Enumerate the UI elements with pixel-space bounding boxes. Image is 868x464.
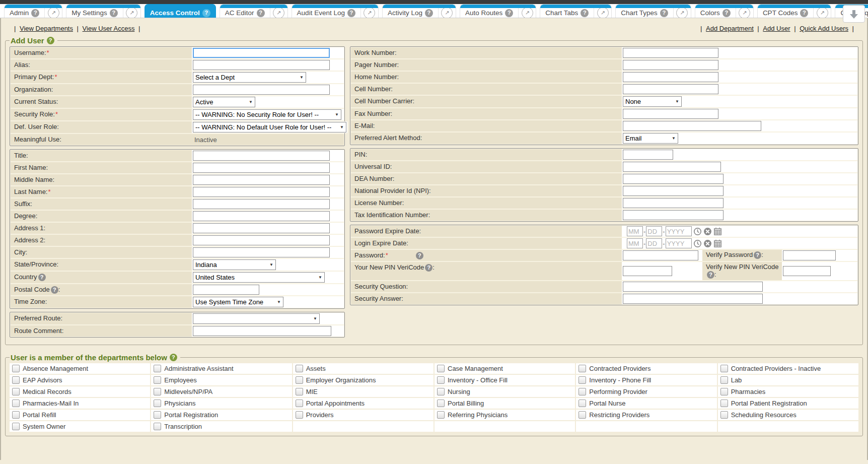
security-role-select[interactable]: -- WARNING: No Security Role for User! -… bbox=[193, 109, 341, 120]
tab-open-new-window[interactable] bbox=[44, 8, 62, 18]
portal-refill-checkbox[interactable] bbox=[12, 411, 20, 419]
verify-new-pin-vericode-input[interactable] bbox=[783, 266, 831, 276]
universal-id-input[interactable] bbox=[623, 162, 721, 172]
alias-input[interactable] bbox=[193, 60, 330, 70]
title-input[interactable] bbox=[193, 151, 330, 161]
absence-management-checkbox[interactable] bbox=[12, 365, 20, 372]
help-icon[interactable] bbox=[202, 9, 210, 17]
providers-checkbox[interactable] bbox=[296, 411, 303, 419]
security-question-input[interactable] bbox=[623, 282, 763, 292]
login-expire-date-year-input[interactable] bbox=[666, 238, 692, 248]
employer-organizations-checkbox[interactable] bbox=[296, 376, 303, 384]
tab-cpt-codes[interactable]: CPT Codes bbox=[757, 4, 832, 18]
help-icon[interactable] bbox=[505, 9, 513, 17]
your-new-pin-vericode-input[interactable] bbox=[623, 266, 672, 276]
verify-password-input[interactable] bbox=[783, 250, 836, 260]
employees-checkbox[interactable] bbox=[154, 376, 161, 384]
password-expire-date-year-input[interactable] bbox=[666, 226, 692, 236]
contracted-providers-inactive-checkbox[interactable] bbox=[720, 365, 728, 372]
middle-name-input[interactable] bbox=[193, 175, 330, 185]
performing-provider-checkbox[interactable] bbox=[578, 388, 586, 395]
portal-appointments-checkbox[interactable] bbox=[296, 400, 303, 407]
login-expire-date-day-input[interactable] bbox=[646, 238, 662, 248]
last-name-input[interactable] bbox=[193, 187, 330, 197]
help-icon[interactable] bbox=[416, 252, 423, 259]
midlevels-np-pa-checkbox[interactable] bbox=[154, 388, 161, 395]
tab-audit-event-log[interactable]: Audit Event Log bbox=[292, 4, 379, 18]
work-number-input[interactable] bbox=[623, 48, 718, 58]
pager-number-input[interactable] bbox=[623, 60, 718, 70]
help-icon[interactable] bbox=[51, 286, 58, 294]
tax-identification-number-input[interactable] bbox=[623, 210, 724, 220]
dea-number-input[interactable] bbox=[623, 174, 724, 184]
tab-activity-log[interactable]: Activity Log bbox=[382, 4, 456, 18]
home-number-input[interactable] bbox=[623, 72, 718, 82]
help-icon[interactable] bbox=[38, 274, 46, 281]
current-status-select[interactable]: Active▼ bbox=[193, 97, 255, 107]
link-add-user[interactable]: Add User bbox=[763, 25, 790, 32]
case-management-checkbox[interactable] bbox=[437, 365, 445, 372]
tab-chart-types[interactable]: Chart Types bbox=[615, 4, 691, 18]
help-icon[interactable] bbox=[347, 9, 355, 17]
e-mail-input[interactable] bbox=[623, 121, 761, 131]
portal-nurse-checkbox[interactable] bbox=[578, 400, 586, 407]
country-select[interactable]: United States▼ bbox=[193, 272, 325, 283]
help-icon[interactable] bbox=[110, 9, 118, 17]
help-icon[interactable] bbox=[425, 9, 433, 17]
username-input[interactable] bbox=[193, 48, 330, 58]
organization-input[interactable] bbox=[193, 85, 330, 95]
link-quick-add-users[interactable]: Quick Add Users bbox=[800, 25, 848, 32]
tab-open-new-window[interactable] bbox=[518, 8, 536, 18]
tab-my-settings[interactable]: My Settings bbox=[66, 4, 141, 18]
help-icon[interactable] bbox=[31, 9, 39, 17]
eap-advisors-checkbox[interactable] bbox=[12, 376, 20, 384]
pharmacies-mail-in-checkbox[interactable] bbox=[12, 400, 20, 407]
address-2-input[interactable] bbox=[193, 235, 330, 245]
help-icon[interactable] bbox=[800, 9, 808, 17]
help-icon[interactable] bbox=[47, 37, 54, 44]
tab-ac-editor[interactable]: AC Editor bbox=[220, 4, 288, 18]
state-province-select[interactable]: Indiana▼ bbox=[193, 259, 276, 270]
city-input[interactable] bbox=[193, 247, 330, 257]
help-icon[interactable] bbox=[754, 251, 761, 259]
tab-open-new-window[interactable] bbox=[270, 8, 287, 18]
administrative-assistant-checkbox[interactable] bbox=[154, 365, 161, 372]
help-icon[interactable] bbox=[425, 264, 432, 272]
help-icon[interactable] bbox=[170, 354, 177, 361]
portal-registration-checkbox[interactable] bbox=[154, 411, 161, 419]
preferred-route-select[interactable]: ▼ bbox=[193, 313, 320, 324]
pharmacies-checkbox[interactable] bbox=[720, 388, 728, 395]
assets-checkbox[interactable] bbox=[296, 365, 303, 372]
password-expire-date-day-input[interactable] bbox=[646, 226, 662, 236]
portal-billing-checkbox[interactable] bbox=[437, 400, 445, 407]
clear-icon[interactable] bbox=[703, 227, 712, 236]
nursing-checkbox[interactable] bbox=[437, 388, 445, 395]
link-view-departments[interactable]: View Departments bbox=[20, 25, 73, 32]
system-owner-checkbox[interactable] bbox=[12, 423, 20, 430]
preferred-alert-method-select[interactable]: Email▼ bbox=[623, 133, 678, 144]
fax-number-input[interactable] bbox=[623, 109, 718, 119]
referring-physicians-checkbox[interactable] bbox=[437, 411, 445, 419]
cell-number-carrier-select[interactable]: None▼ bbox=[623, 96, 682, 107]
tab-open-new-window[interactable] bbox=[123, 8, 140, 18]
national-provider-id-npi-input[interactable] bbox=[623, 186, 724, 196]
link-add-department[interactable]: Add Department bbox=[706, 25, 754, 32]
login-expire-date-month-input[interactable] bbox=[627, 238, 643, 248]
physicians-checkbox[interactable] bbox=[154, 400, 161, 407]
tab-open-new-window[interactable] bbox=[673, 8, 691, 18]
tab-overflow-button[interactable] bbox=[843, 5, 865, 23]
password-input[interactable] bbox=[623, 250, 698, 260]
lab-checkbox[interactable] bbox=[720, 376, 728, 384]
tab-open-new-window[interactable] bbox=[438, 8, 456, 18]
calendar-icon[interactable] bbox=[713, 239, 722, 248]
cell-number-input[interactable] bbox=[623, 84, 718, 94]
tab-open-new-window[interactable] bbox=[360, 8, 378, 18]
restricting-providers-checkbox[interactable] bbox=[578, 411, 586, 419]
inventory-office-fill-checkbox[interactable] bbox=[437, 376, 445, 384]
tab-admin[interactable]: Admin bbox=[4, 4, 62, 18]
security-answer-input[interactable] bbox=[623, 294, 763, 304]
degree-input[interactable] bbox=[193, 211, 330, 221]
clock-icon[interactable] bbox=[693, 227, 702, 236]
medical-records-checkbox[interactable] bbox=[12, 388, 20, 395]
portal-patient-registration-checkbox[interactable] bbox=[720, 400, 728, 407]
